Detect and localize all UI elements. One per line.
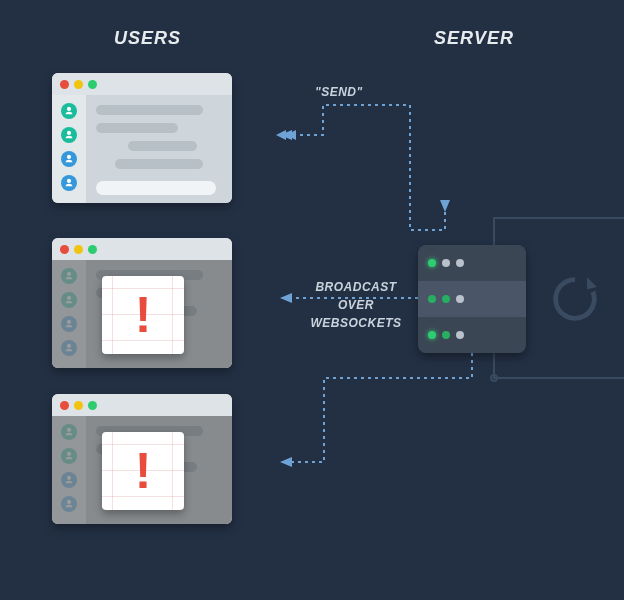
chat-bubble (115, 159, 203, 169)
svg-marker-1 (276, 130, 286, 140)
refresh-icon (546, 270, 604, 328)
broadcast-label: BROADCAST OVER WEBSOCKETS (296, 278, 416, 332)
user-window-alert: ! (52, 238, 232, 368)
svg-marker-6 (280, 457, 292, 467)
svg-marker-2 (286, 130, 296, 140)
alert-modal: ! (102, 276, 184, 354)
window-titlebar (52, 73, 232, 95)
server-rack (418, 317, 526, 353)
zoom-icon (88, 401, 97, 410)
window-titlebar (52, 394, 232, 416)
user-icon (61, 103, 77, 119)
led-on-icon (442, 331, 450, 339)
close-icon (60, 245, 69, 254)
zoom-icon (88, 245, 97, 254)
user-icon (61, 127, 77, 143)
server-stack (418, 245, 526, 353)
led-off-icon (442, 259, 450, 267)
led-on-icon (428, 295, 436, 303)
users-heading: USERS (114, 28, 181, 49)
chat-bubble (96, 105, 203, 115)
led-off-icon (456, 259, 464, 267)
led-on-icon (428, 331, 436, 339)
user-icon (61, 175, 77, 191)
user-sidebar (52, 95, 86, 203)
minimize-icon (74, 80, 83, 89)
chat-input-placeholder (96, 181, 216, 195)
svg-marker-3 (280, 130, 292, 140)
send-label: "SEND" (315, 85, 363, 99)
led-off-icon (456, 295, 464, 303)
server-rack (418, 281, 526, 317)
zoom-icon (88, 80, 97, 89)
broadcast-label-line: WEBSOCKETS (310, 316, 401, 330)
user-window-alert: ! (52, 394, 232, 524)
exclamation-icon: ! (135, 290, 152, 340)
minimize-icon (74, 401, 83, 410)
svg-marker-7 (587, 277, 597, 289)
led-on-icon (442, 295, 450, 303)
server-rack (418, 245, 526, 281)
chat-content (86, 95, 232, 203)
exclamation-icon: ! (135, 446, 152, 496)
window-titlebar (52, 238, 232, 260)
chat-bubble (96, 123, 178, 133)
close-icon (60, 401, 69, 410)
close-icon (60, 80, 69, 89)
broadcast-label-line: BROADCAST OVER (315, 280, 396, 312)
led-off-icon (456, 331, 464, 339)
alert-modal: ! (102, 432, 184, 510)
svg-point-0 (491, 375, 497, 381)
svg-marker-5 (280, 293, 292, 303)
led-on-icon (428, 259, 436, 267)
user-icon (61, 151, 77, 167)
svg-marker-4 (440, 200, 450, 212)
server-heading: SERVER (434, 28, 514, 49)
chat-bubble (128, 141, 197, 151)
user-window-active (52, 73, 232, 203)
minimize-icon (74, 245, 83, 254)
